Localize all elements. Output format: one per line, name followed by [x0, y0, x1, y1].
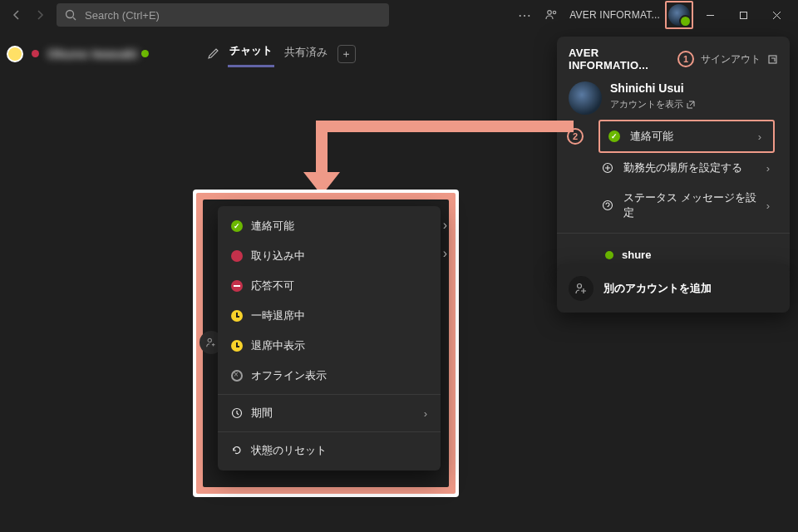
annotation-badge-1: 1: [677, 51, 694, 67]
edit-icon[interactable]: [207, 47, 219, 60]
annotation-arrow: [316, 121, 574, 195]
status-option-offline[interactable]: オフライン表示: [218, 361, 441, 391]
search-placeholder: Search (Ctrl+E): [85, 9, 160, 22]
svg-point-1: [548, 11, 552, 15]
available-status-icon: [608, 131, 623, 142]
tab-shared[interactable]: 共有済み: [283, 42, 329, 66]
status-option-brb[interactable]: 一時退席中: [218, 301, 441, 331]
brb-status-icon: [231, 310, 243, 322]
sign-out-link[interactable]: サインアウト: [701, 52, 761, 66]
search-input[interactable]: Search (Ctrl+E): [57, 3, 389, 27]
nav-back-button[interactable]: [7, 5, 27, 25]
annotation-highlight-avatar: [665, 1, 693, 29]
busy-status-icon: [231, 250, 243, 262]
chat-title-blurred: Okuno Iwasaki: [47, 47, 138, 61]
chevron-right-icon: ›: [766, 200, 770, 212]
divider: [557, 233, 790, 234]
chevron-right-icon: ›: [443, 218, 447, 233]
divider: [218, 431, 441, 432]
add-account-icon: [569, 276, 594, 301]
status-submenu: › › 連絡可能 取り込み中 応答不可 一時退席中 退席中表示 オフライン表示: [218, 206, 441, 470]
status-message-button[interactable]: ステータス メッセージを設定 ›: [592, 183, 781, 228]
divider: [218, 394, 441, 395]
svg-point-8: [208, 338, 211, 342]
offline-status-icon: [231, 370, 243, 382]
window-maximize-button[interactable]: [727, 2, 760, 27]
people-icon[interactable]: [541, 5, 561, 25]
status-message-icon: [602, 200, 617, 211]
status-option-busy[interactable]: 取り込み中: [218, 241, 441, 271]
profile-name: Shinichi Usui: [610, 81, 695, 95]
presence-dot-busy: [32, 50, 39, 57]
account-panel: AVER INFORMATIO... 1 サインアウト Shinichi Usu…: [557, 37, 790, 276]
chevron-right-icon: ›: [424, 407, 427, 420]
view-account-link[interactable]: アカウントを表示: [610, 98, 695, 111]
search-icon: [65, 9, 76, 21]
more-options-button[interactable]: ⋯: [515, 5, 534, 25]
profile-avatar: [569, 81, 602, 115]
away-status-icon: [231, 340, 243, 352]
annotation-popup-frame: › › 連絡可能 取り込み中 応答不可 一時退席中 退席中表示 オフライン表示: [193, 190, 459, 497]
work-location-button[interactable]: 勤務先の場所を設定する ›: [592, 153, 781, 183]
tab-chat[interactable]: チャット: [228, 40, 274, 67]
status-option-duration[interactable]: 期間 ›: [218, 398, 441, 428]
window-close-button[interactable]: [760, 2, 793, 27]
add-tab-button[interactable]: ＋: [337, 45, 356, 63]
presence-dot-available: [141, 50, 149, 57]
svg-point-6: [603, 201, 613, 210]
clock-icon: [231, 407, 243, 419]
add-account-button[interactable]: 別のアカウントを追加: [557, 264, 790, 313]
org-name-label: AVER INFORMAT...: [569, 9, 660, 21]
status-option-dnd[interactable]: 応答不可: [218, 271, 441, 301]
nav-forward-button[interactable]: [30, 5, 50, 25]
svg-rect-3: [740, 12, 746, 18]
reset-icon: [231, 445, 243, 456]
titlebar: Search (Ctrl+E) ⋯ AVER INFORMAT...: [0, 0, 798, 30]
chevron-right-icon: ›: [758, 131, 761, 143]
window-minimize-button[interactable]: [693, 2, 727, 27]
chat-header: Okuno Iwasaki チャット 共有済み ＋: [7, 40, 356, 67]
available-status-icon: [605, 251, 613, 259]
status-menu-button[interactable]: 連絡可能 ›: [600, 121, 773, 151]
chat-avatar: [7, 46, 23, 62]
status-option-away[interactable]: 退席中表示: [218, 331, 441, 361]
location-add-icon: [602, 162, 617, 174]
annotation-highlight-status: 連絡可能 ›: [598, 120, 775, 153]
dnd-status-icon: [231, 280, 243, 292]
status-option-available[interactable]: 連絡可能: [218, 211, 441, 241]
svg-rect-4: [769, 56, 776, 63]
profile-avatar-button[interactable]: [668, 4, 690, 26]
chevron-right-icon: ›: [443, 246, 447, 261]
chevron-right-icon: ›: [766, 162, 770, 175]
status-option-reset[interactable]: 状態のリセット: [218, 436, 441, 466]
available-status-icon: [231, 220, 243, 232]
svg-point-7: [578, 284, 582, 288]
svg-point-2: [554, 11, 556, 13]
external-link-icon: [687, 101, 695, 109]
account-panel-title: AVER INFORMATIO...: [569, 47, 677, 71]
svg-point-0: [66, 11, 74, 18]
popout-icon[interactable]: [767, 54, 778, 65]
